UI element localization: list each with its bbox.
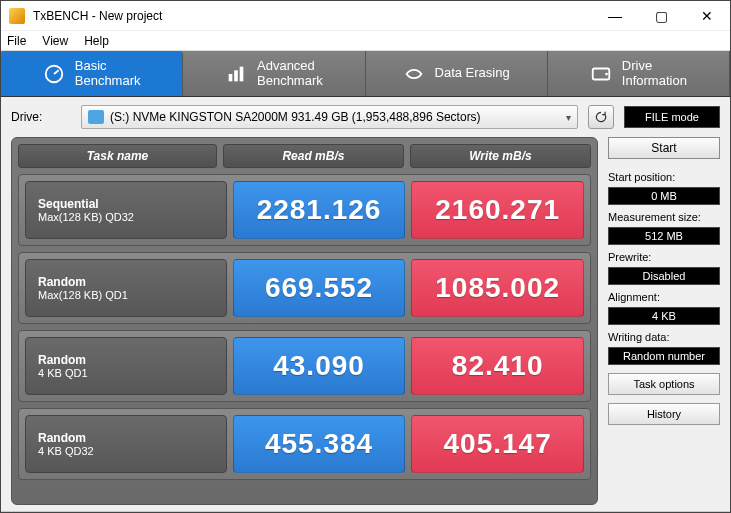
svg-point-6: [605, 72, 608, 75]
svg-rect-3: [234, 70, 238, 81]
refresh-button[interactable]: [588, 105, 614, 129]
menubar: File View Help: [1, 31, 730, 51]
task-name: Random: [38, 275, 226, 289]
tabbar: Basic Benchmark Advanced Benchmark Data …: [1, 51, 730, 97]
measurement-size-value[interactable]: 512 MB: [608, 227, 720, 245]
start-position-value[interactable]: 0 MB: [608, 187, 720, 205]
svg-line-1: [54, 70, 59, 74]
svg-rect-4: [240, 66, 244, 81]
drive-row: Drive: (S:) NVMe KINGSTON SA2000M 931.49…: [1, 97, 730, 137]
tab-advanced-benchmark[interactable]: Advanced Benchmark: [183, 51, 365, 96]
task-subname: Max(128 KB) QD1: [38, 289, 226, 301]
menu-view[interactable]: View: [42, 34, 68, 48]
task-name-cell[interactable]: RandomMax(128 KB) QD1: [25, 259, 227, 317]
titlebar: TxBENCH - New project — ▢ ✕: [1, 1, 730, 31]
task-subname: 4 KB QD1: [38, 367, 226, 379]
benchmark-row: RandomMax(128 KB) QD1669.5521085.002: [18, 252, 591, 324]
tab-label: Basic Benchmark: [75, 59, 141, 88]
task-subname: Max(128 KB) QD32: [38, 211, 226, 223]
side-panel: Start Start position: 0 MB Measurement s…: [608, 137, 720, 505]
start-button[interactable]: Start: [608, 137, 720, 159]
disk-icon: [88, 110, 104, 124]
drive-label: Drive:: [11, 110, 71, 124]
benchmark-row: Random4 KB QD143.09082.410: [18, 330, 591, 402]
refresh-icon: [594, 110, 608, 124]
minimize-button[interactable]: —: [592, 1, 638, 30]
app-icon: [9, 8, 25, 24]
window-title: TxBENCH - New project: [33, 9, 592, 23]
benchmark-panel: Task name Read mB/s Write mB/s Sequentia…: [11, 137, 598, 505]
write-value: 2160.271: [411, 181, 584, 239]
write-value: 1085.002: [411, 259, 584, 317]
drive-value: (S:) NVMe KINGSTON SA2000M 931.49 GB (1,…: [110, 110, 481, 124]
bars-icon: [225, 63, 247, 85]
benchmark-row: SequentialMax(128 KB) QD322281.1262160.2…: [18, 174, 591, 246]
header-read: Read mB/s: [223, 144, 404, 168]
task-name: Random: [38, 431, 226, 445]
prewrite-value[interactable]: Disabled: [608, 267, 720, 285]
write-value: 405.147: [411, 415, 584, 473]
write-value: 82.410: [411, 337, 584, 395]
read-value: 455.384: [233, 415, 406, 473]
window-buttons: — ▢ ✕: [592, 1, 730, 30]
benchmark-row: Random4 KB QD32455.384405.147: [18, 408, 591, 480]
chevron-down-icon: ▾: [566, 112, 571, 123]
task-options-button[interactable]: Task options: [608, 373, 720, 395]
history-button[interactable]: History: [608, 403, 720, 425]
task-name-cell[interactable]: SequentialMax(128 KB) QD32: [25, 181, 227, 239]
main-area: Task name Read mB/s Write mB/s Sequentia…: [1, 137, 730, 511]
close-button[interactable]: ✕: [684, 1, 730, 30]
tab-basic-benchmark[interactable]: Basic Benchmark: [1, 51, 183, 96]
file-mode-button[interactable]: FILE mode: [624, 106, 720, 128]
svg-rect-2: [229, 74, 233, 81]
task-name-cell[interactable]: Random4 KB QD32: [25, 415, 227, 473]
menu-help[interactable]: Help: [84, 34, 109, 48]
task-name: Sequential: [38, 197, 226, 211]
maximize-button[interactable]: ▢: [638, 1, 684, 30]
task-subname: 4 KB QD32: [38, 445, 226, 457]
task-name-cell[interactable]: Random4 KB QD1: [25, 337, 227, 395]
header-task-name: Task name: [18, 144, 217, 168]
alignment-value[interactable]: 4 KB: [608, 307, 720, 325]
alignment-label: Alignment:: [608, 291, 720, 303]
writing-data-label: Writing data:: [608, 331, 720, 343]
gauge-icon: [43, 63, 65, 85]
read-value: 43.090: [233, 337, 406, 395]
menu-file[interactable]: File: [7, 34, 26, 48]
tab-drive-information[interactable]: Drive Information: [548, 51, 730, 96]
prewrite-label: Prewrite:: [608, 251, 720, 263]
tab-data-erasing[interactable]: Data Erasing: [366, 51, 548, 96]
drive-icon: [590, 63, 612, 85]
tab-label: Advanced Benchmark: [257, 59, 323, 88]
read-value: 669.552: [233, 259, 406, 317]
drive-select[interactable]: (S:) NVMe KINGSTON SA2000M 931.49 GB (1,…: [81, 105, 578, 129]
task-name: Random: [38, 353, 226, 367]
writing-data-value[interactable]: Random number: [608, 347, 720, 365]
tab-label: Data Erasing: [435, 66, 510, 80]
header-write: Write mB/s: [410, 144, 591, 168]
read-value: 2281.126: [233, 181, 406, 239]
start-position-label: Start position:: [608, 171, 720, 183]
measurement-size-label: Measurement size:: [608, 211, 720, 223]
tab-label: Drive Information: [622, 59, 687, 88]
header-row: Task name Read mB/s Write mB/s: [18, 144, 591, 168]
erase-icon: [403, 63, 425, 85]
